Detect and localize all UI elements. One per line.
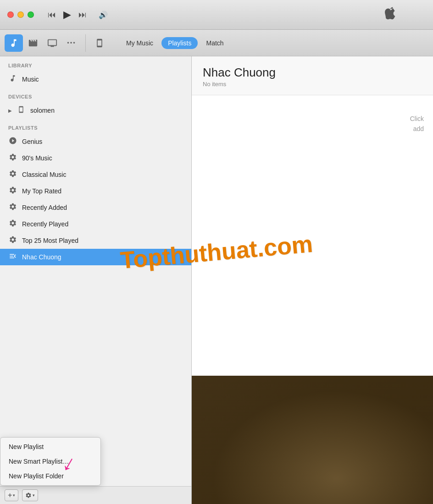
sidebar-item-top25[interactable]: Top 25 Most Played [0,232,191,249]
more-tab[interactable]: ••• [62,34,81,52]
sidebar-item-solomen[interactable]: ▶ solomen [0,102,191,119]
elephant-image [192,376,433,504]
add-playlist-dropdown: New Playlist New Smart Playlist… New Pla… [0,437,101,486]
genius-icon [8,137,17,147]
settings-button[interactable]: ▾ [22,489,38,501]
new-playlist-folder-menu-item[interactable]: New Playlist Folder [0,469,100,483]
plus-icon: + [8,492,12,499]
my-music-nav-button[interactable]: My Music [120,37,160,49]
rewind-button[interactable]: ⏮ [48,10,56,20]
main-layout: Library Music Devices ▶ solomen [0,56,433,504]
device-tab[interactable] [90,34,109,52]
forward-button[interactable]: ⏭ [78,10,87,20]
content-body: Click add [192,95,433,504]
recently-added-label: Recently Added [22,204,67,211]
sidebar-item-classical[interactable]: Classical Music [0,166,191,183]
smart-playlist-icon-top-rated [8,186,17,196]
smart-playlist-icon-recently-added [8,203,17,213]
top25-label: Top 25 Most Played [22,237,78,244]
play-button[interactable]: ▶ [63,9,71,21]
media-type-tabs: ••• [5,34,86,52]
device-expand-arrow: ▶ [8,108,12,113]
sidebar-item-genius[interactable]: Genius [0,133,191,150]
match-nav-button[interactable]: Match [200,37,230,49]
playback-controls: ⏮ ▶ ⏭ 🔊 [48,9,108,21]
sidebar-item-90s[interactable]: 90's Music [0,150,191,166]
close-button[interactable] [7,11,14,18]
new-playlist-menu-item[interactable]: New Playlist [0,439,100,454]
smart-playlist-icon-classical [8,170,17,180]
music-item-label: Music [22,76,39,83]
content-title: Nhac Chuong [203,66,422,80]
apple-logo [383,7,396,23]
classical-label: Classical Music [22,171,66,178]
sidebar-item-nhac-chuong[interactable]: Nhac Chuong [0,249,191,265]
content-subtitle: No items [203,81,422,88]
sidebar-item-top-rated[interactable]: My Top Rated [0,183,191,199]
sidebar-scroll: Library Music Devices ▶ solomen [0,56,191,486]
music-note-icon [8,74,17,84]
top-rated-label: My Top Rated [22,187,61,195]
smart-playlist-icon-recently-played [8,219,17,229]
genius-label: Genius [22,138,42,145]
nhac-chuong-label: Nhac Chuong [22,253,61,261]
library-section-label: Library [0,56,191,71]
playlists-nav-button[interactable]: Playlists [161,37,198,49]
add-playlist-button[interactable]: + ▾ [5,489,18,501]
devices-section-label: Devices [0,88,191,102]
maximize-button[interactable] [28,11,34,18]
sidebar-toolbar-row: + ▾ ▾ [0,487,191,504]
sidebar-item-recently-added[interactable]: Recently Added [0,199,191,216]
content-hint: Click add [410,114,424,134]
recently-played-label: Recently Played [22,220,68,228]
album-art-background [192,376,433,504]
toolbar: ••• My Music Playlists Match [0,30,433,56]
new-smart-playlist-menu-item[interactable]: New Smart Playlist… [0,454,100,469]
minimize-button[interactable] [17,11,24,18]
volume-button[interactable]: 🔊 [99,11,108,19]
traffic-lights [7,11,34,18]
toolbar-nav: My Music Playlists Match [120,37,230,49]
video-tab[interactable] [24,34,42,52]
hint-line1: Click [410,115,424,122]
sidebar: Library Music Devices ▶ solomen [0,56,192,504]
content-header: Nhac Chuong No items [192,56,433,95]
tv-tab[interactable] [43,34,61,52]
sidebar-item-music[interactable]: Music [0,71,191,88]
add-chevron-icon: ▾ [13,493,15,498]
playlist-icon-nhac-chuong [8,252,17,262]
device-icon [17,106,26,115]
music-tab[interactable] [5,34,23,52]
title-bar: ⏮ ▶ ⏭ 🔊 [0,0,433,30]
hint-line2: add [413,125,424,132]
settings-chevron-icon: ▾ [33,493,35,498]
smart-playlist-icon-top25 [8,236,17,246]
sidebar-bottom: + ▾ ▾ New Playlist New Smart Playlist… N… [0,486,191,504]
smart-playlist-icon-90s [8,153,17,163]
device-label: solomen [30,107,55,114]
content-area: Nhac Chuong No items Click add [192,56,433,504]
playlists-section-label: Playlists [0,119,191,133]
90s-label: 90's Music [22,154,52,162]
sidebar-item-recently-played[interactable]: Recently Played [0,216,191,232]
